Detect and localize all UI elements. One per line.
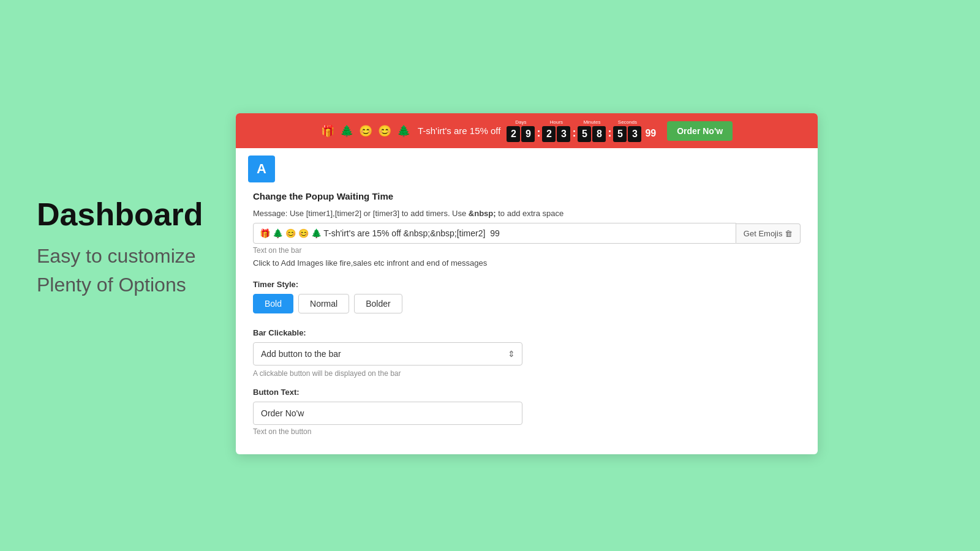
message-input-row: Get Emojis 🗑 bbox=[253, 223, 801, 244]
seconds-digits: 5 3 bbox=[613, 126, 641, 142]
minutes-digits: 5 8 bbox=[578, 126, 606, 142]
section-title: Change the Popup Waiting Time bbox=[253, 191, 801, 201]
message-hint: Message: Use [timer1],[timer2] or [timer… bbox=[253, 209, 801, 218]
sec-digit-1: 5 bbox=[613, 126, 627, 142]
button-text-label: Button Text: bbox=[253, 388, 801, 397]
min-digit-1: 5 bbox=[578, 126, 591, 142]
colon-2: : bbox=[571, 127, 576, 140]
bar-clickable-select[interactable]: Add button to the bar No button bbox=[253, 342, 522, 365]
main-card: 🎁 🌲 😊 😊 🌲 T-sh'irt's are 15% off Days 2 … bbox=[236, 113, 818, 454]
timer-minutes-group: Minutes 5 8 bbox=[578, 119, 606, 142]
timer-seconds-group: Seconds 5 3 bbox=[613, 119, 641, 142]
subtitle-1: Easy to customize bbox=[37, 245, 239, 268]
text-on-bar-hint: Text on the bar bbox=[253, 246, 801, 255]
bolder-style-button[interactable]: Bolder bbox=[354, 294, 402, 313]
dashboard-title: Dashboard bbox=[37, 196, 239, 233]
hour-digit-2: 3 bbox=[557, 126, 570, 142]
hours-digits: 2 3 bbox=[542, 126, 570, 142]
a-icon: A bbox=[248, 156, 275, 182]
button-text-input[interactable] bbox=[253, 402, 522, 425]
normal-style-button[interactable]: Normal bbox=[298, 294, 349, 313]
add-images-text: Click to Add Images like fire,sales etc … bbox=[253, 258, 801, 268]
form-content: Change the Popup Waiting Time Message: U… bbox=[236, 182, 818, 454]
day-digit-1: 2 bbox=[507, 126, 520, 142]
message-text-input[interactable] bbox=[253, 223, 736, 244]
bar-preview-text: T-sh'irt's are 15% off bbox=[418, 126, 501, 136]
day-digit-2: 9 bbox=[521, 126, 535, 142]
colon-1: : bbox=[536, 127, 541, 140]
a-icon-wrapper: A bbox=[236, 148, 818, 182]
bar-clickable-hint: A clickable button will be displayed on … bbox=[253, 369, 801, 378]
hours-label: Hours bbox=[550, 119, 563, 125]
bar-emojis: 🎁 🌲 😊 😊 🌲 bbox=[321, 124, 412, 138]
days-label: Days bbox=[515, 119, 526, 125]
get-emojis-button[interactable]: Get Emojis 🗑 bbox=[736, 223, 801, 244]
button-text-hint: Text on the button bbox=[253, 427, 801, 436]
order-now-preview-button[interactable]: Order No'w bbox=[667, 121, 733, 141]
timer-display: Days 2 9 : Hours 2 3 : Minutes 5 8 bbox=[507, 119, 656, 142]
timer-style-label: Timer Style: bbox=[253, 280, 801, 289]
left-panel: Dashboard Easy to customize Plenty of Op… bbox=[37, 196, 239, 296]
seconds-label: Seconds bbox=[618, 119, 637, 125]
timer-hours-group: Hours 2 3 bbox=[542, 119, 570, 142]
bar-clickable-select-wrapper: Add button to the bar No button ⇕ bbox=[253, 342, 522, 365]
timer-days-group: Days 2 9 bbox=[507, 119, 535, 142]
bold-style-button[interactable]: Bold bbox=[253, 294, 293, 313]
sec-digit-2: 3 bbox=[628, 126, 641, 142]
days-digits: 2 9 bbox=[507, 126, 535, 142]
min-digit-2: 8 bbox=[592, 126, 606, 142]
colon-3: : bbox=[607, 127, 612, 140]
minutes-label: Minutes bbox=[583, 119, 600, 125]
subtitle-2: Plenty of Options bbox=[37, 274, 239, 296]
timer-style-row: Bold Normal Bolder bbox=[253, 294, 801, 313]
bar-clickable-label: Bar Clickable: bbox=[253, 328, 801, 337]
timer-extra: 99 bbox=[645, 128, 656, 139]
preview-bar: 🎁 🌲 😊 😊 🌲 T-sh'irt's are 15% off Days 2 … bbox=[236, 113, 818, 148]
get-emojis-label: Get Emojis 🗑 bbox=[744, 229, 793, 238]
hour-digit-1: 2 bbox=[542, 126, 556, 142]
